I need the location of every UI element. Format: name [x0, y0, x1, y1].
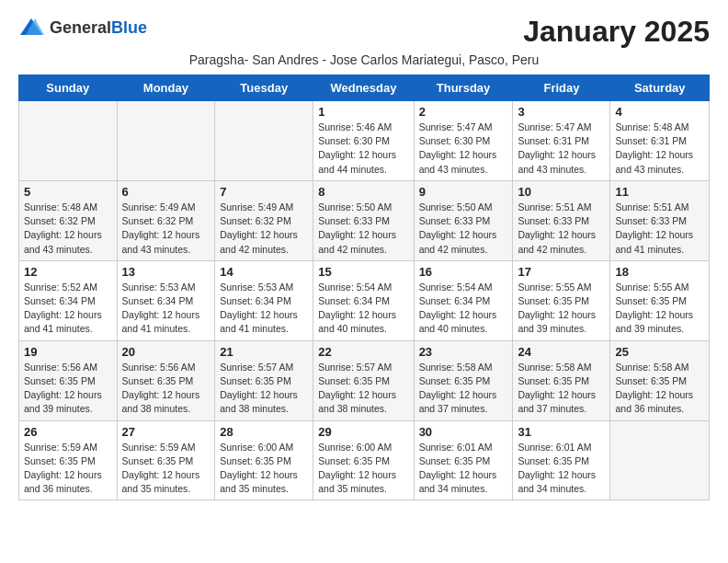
table-row: 1Sunrise: 5:46 AMSunset: 6:30 PMDaylight…: [313, 101, 414, 181]
table-row: 6Sunrise: 5:49 AMSunset: 6:32 PMDaylight…: [117, 180, 215, 260]
table-row: 13Sunrise: 5:53 AMSunset: 6:34 PMDayligh…: [117, 260, 215, 340]
day-number: 2: [419, 105, 508, 119]
day-info: Sunrise: 5:57 AMSunset: 6:35 PMDaylight:…: [220, 361, 308, 417]
table-row: 28Sunrise: 6:00 AMSunset: 6:35 PMDayligh…: [215, 420, 313, 500]
table-row: 15Sunrise: 5:54 AMSunset: 6:34 PMDayligh…: [313, 260, 414, 340]
day-number: 8: [318, 185, 408, 199]
calendar-week-row: 12Sunrise: 5:52 AMSunset: 6:34 PMDayligh…: [19, 260, 710, 340]
table-row: 31Sunrise: 6:01 AMSunset: 6:35 PMDayligh…: [513, 420, 610, 500]
day-info: Sunrise: 6:01 AMSunset: 6:35 PMDaylight:…: [419, 441, 508, 497]
header: GeneralBlue January 2025: [18, 15, 710, 49]
header-row: Sunday Monday Tuesday Wednesday Thursday…: [19, 75, 710, 101]
day-info: Sunrise: 5:59 AMSunset: 6:35 PMDaylight:…: [122, 441, 210, 497]
day-number: 5: [24, 185, 112, 199]
day-number: 22: [318, 345, 408, 359]
col-tuesday: Tuesday: [215, 75, 313, 101]
day-info: Sunrise: 5:50 AMSunset: 6:33 PMDaylight:…: [419, 201, 508, 257]
day-info: Sunrise: 5:51 AMSunset: 6:33 PMDaylight:…: [518, 201, 605, 257]
day-number: 28: [220, 425, 308, 439]
calendar-page: GeneralBlue January 2025 Paragsha- San A…: [0, 0, 728, 519]
day-info: Sunrise: 6:00 AMSunset: 6:35 PMDaylight:…: [220, 441, 308, 497]
day-number: 27: [122, 425, 210, 439]
subtitle: Paragsha- San Andres - Jose Carlos Maria…: [18, 52, 710, 67]
table-row: 26Sunrise: 5:59 AMSunset: 6:35 PMDayligh…: [19, 420, 118, 500]
col-monday: Monday: [117, 75, 215, 101]
day-number: 23: [419, 345, 508, 359]
day-number: 16: [419, 265, 508, 279]
table-row: 24Sunrise: 5:58 AMSunset: 6:35 PMDayligh…: [513, 340, 610, 420]
day-number: 14: [220, 265, 308, 279]
day-info: Sunrise: 5:53 AMSunset: 6:34 PMDaylight:…: [122, 281, 210, 337]
day-info: Sunrise: 5:54 AMSunset: 6:34 PMDaylight:…: [419, 281, 508, 337]
day-number: 9: [419, 185, 508, 199]
day-info: Sunrise: 5:54 AMSunset: 6:34 PMDaylight:…: [318, 281, 408, 337]
day-info: Sunrise: 6:01 AMSunset: 6:35 PMDaylight:…: [518, 441, 605, 497]
day-info: Sunrise: 5:47 AMSunset: 6:31 PMDaylight:…: [518, 121, 605, 177]
table-row: 30Sunrise: 6:01 AMSunset: 6:35 PMDayligh…: [414, 420, 513, 500]
calendar-week-row: 5Sunrise: 5:48 AMSunset: 6:32 PMDaylight…: [19, 180, 710, 260]
day-number: 6: [122, 185, 210, 199]
table-row: 12Sunrise: 5:52 AMSunset: 6:34 PMDayligh…: [19, 260, 118, 340]
day-info: Sunrise: 5:57 AMSunset: 6:35 PMDaylight:…: [318, 361, 408, 417]
col-sunday: Sunday: [19, 75, 118, 101]
table-row: 9Sunrise: 5:50 AMSunset: 6:33 PMDaylight…: [414, 180, 513, 260]
day-number: 17: [518, 265, 605, 279]
table-row: 4Sunrise: 5:48 AMSunset: 6:31 PMDaylight…: [610, 101, 710, 181]
day-info: Sunrise: 5:56 AMSunset: 6:35 PMDaylight:…: [24, 361, 112, 417]
table-row: 23Sunrise: 5:58 AMSunset: 6:35 PMDayligh…: [414, 340, 513, 420]
col-saturday: Saturday: [610, 75, 710, 101]
col-wednesday: Wednesday: [313, 75, 414, 101]
day-number: 19: [24, 345, 112, 359]
table-row: 5Sunrise: 5:48 AMSunset: 6:32 PMDaylight…: [19, 180, 118, 260]
table-row: 2Sunrise: 5:47 AMSunset: 6:30 PMDaylight…: [414, 101, 513, 181]
calendar-week-row: 26Sunrise: 5:59 AMSunset: 6:35 PMDayligh…: [19, 420, 710, 500]
day-info: Sunrise: 5:51 AMSunset: 6:33 PMDaylight:…: [615, 201, 704, 257]
day-number: 15: [318, 265, 408, 279]
table-row: 27Sunrise: 5:59 AMSunset: 6:35 PMDayligh…: [117, 420, 215, 500]
col-thursday: Thursday: [414, 75, 513, 101]
table-row: 11Sunrise: 5:51 AMSunset: 6:33 PMDayligh…: [610, 180, 710, 260]
col-friday: Friday: [513, 75, 610, 101]
day-number: 7: [220, 185, 308, 199]
day-number: 31: [518, 425, 605, 439]
day-number: 24: [518, 345, 605, 359]
month-title: January 2025: [523, 15, 710, 49]
logo: GeneralBlue: [18, 15, 147, 40]
day-number: 11: [615, 185, 704, 199]
day-info: Sunrise: 5:56 AMSunset: 6:35 PMDaylight:…: [122, 361, 210, 417]
day-info: Sunrise: 5:49 AMSunset: 6:32 PMDaylight:…: [122, 201, 210, 257]
table-row: 22Sunrise: 5:57 AMSunset: 6:35 PMDayligh…: [313, 340, 414, 420]
day-number: 26: [24, 425, 112, 439]
table-row: [19, 101, 118, 181]
table-row: [215, 101, 313, 181]
table-row: 29Sunrise: 6:00 AMSunset: 6:35 PMDayligh…: [313, 420, 414, 500]
day-number: 3: [518, 105, 605, 119]
day-number: 12: [24, 265, 112, 279]
table-row: 21Sunrise: 5:57 AMSunset: 6:35 PMDayligh…: [215, 340, 313, 420]
day-info: Sunrise: 5:53 AMSunset: 6:34 PMDaylight:…: [220, 281, 308, 337]
table-row: 19Sunrise: 5:56 AMSunset: 6:35 PMDayligh…: [19, 340, 118, 420]
table-row: 18Sunrise: 5:55 AMSunset: 6:35 PMDayligh…: [610, 260, 710, 340]
day-number: 30: [419, 425, 508, 439]
day-info: Sunrise: 5:58 AMSunset: 6:35 PMDaylight:…: [615, 361, 704, 417]
day-number: 21: [220, 345, 308, 359]
day-info: Sunrise: 5:58 AMSunset: 6:35 PMDaylight:…: [419, 361, 508, 417]
day-info: Sunrise: 5:55 AMSunset: 6:35 PMDaylight:…: [615, 281, 704, 337]
day-info: Sunrise: 5:47 AMSunset: 6:30 PMDaylight:…: [419, 121, 508, 177]
day-info: Sunrise: 5:49 AMSunset: 6:32 PMDaylight:…: [220, 201, 308, 257]
day-info: Sunrise: 5:58 AMSunset: 6:35 PMDaylight:…: [518, 361, 605, 417]
day-number: 13: [122, 265, 210, 279]
day-number: 4: [615, 105, 704, 119]
calendar-week-row: 1Sunrise: 5:46 AMSunset: 6:30 PMDaylight…: [19, 101, 710, 181]
logo-general: General: [50, 18, 111, 37]
calendar-week-row: 19Sunrise: 5:56 AMSunset: 6:35 PMDayligh…: [19, 340, 710, 420]
table-row: 20Sunrise: 5:56 AMSunset: 6:35 PMDayligh…: [117, 340, 215, 420]
table-row: 8Sunrise: 5:50 AMSunset: 6:33 PMDaylight…: [313, 180, 414, 260]
logo-icon: [18, 15, 44, 40]
table-row: 10Sunrise: 5:51 AMSunset: 6:33 PMDayligh…: [513, 180, 610, 260]
table-row: 3Sunrise: 5:47 AMSunset: 6:31 PMDaylight…: [513, 101, 610, 181]
day-info: Sunrise: 5:52 AMSunset: 6:34 PMDaylight:…: [24, 281, 112, 337]
day-info: Sunrise: 5:59 AMSunset: 6:35 PMDaylight:…: [24, 441, 112, 497]
day-info: Sunrise: 5:55 AMSunset: 6:35 PMDaylight:…: [518, 281, 605, 337]
table-row: 17Sunrise: 5:55 AMSunset: 6:35 PMDayligh…: [513, 260, 610, 340]
